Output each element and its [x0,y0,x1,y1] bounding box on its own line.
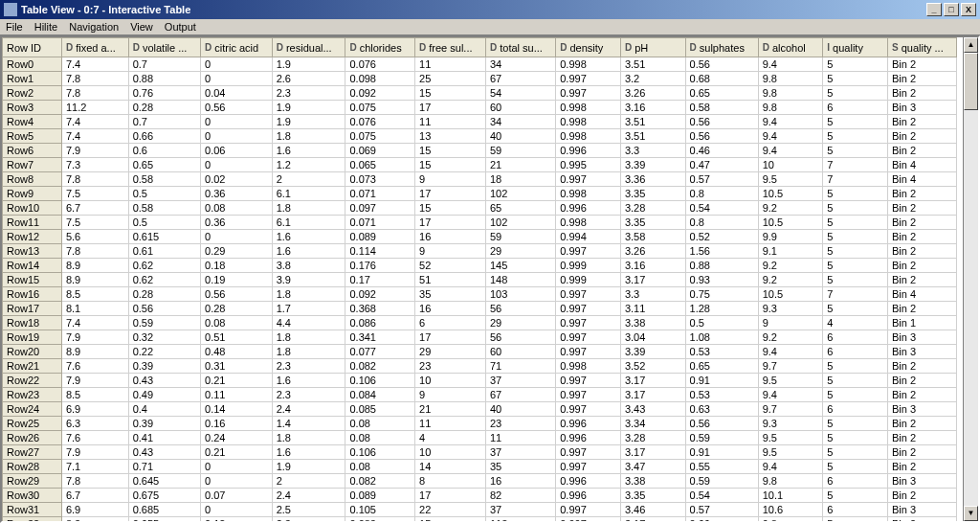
table-row[interactable]: Row208.90.220.481.80.07729600.9973.390.5… [3,345,957,359]
table-row[interactable]: Row137.80.610.291.60.1149290.9973.261.56… [3,244,957,259]
table-row[interactable]: Row306.70.6750.072.40.08917820.9963.350.… [3,489,957,503]
scroll-thumb[interactable] [964,53,978,110]
maximize-button[interactable]: □ [944,3,959,16]
data-cell: Bin 2 [888,144,957,158]
data-cell: 9 [758,316,823,330]
table-row[interactable]: Row87.80.580.0220.0739180.9973.360.579.5… [3,172,957,187]
data-cell: 0.996 [556,474,621,489]
close-button[interactable]: X [961,3,976,16]
minimize-button[interactable]: _ [926,3,942,16]
table-row[interactable]: Row287.10.7101.90.0814350.9973.470.559.4… [3,460,957,474]
data-cell: 0.88 [128,72,200,86]
data-cell: 0.58 [128,201,200,216]
column-header[interactable]: Dcitric acid [201,38,273,57]
data-cell: 0.073 [345,172,415,187]
column-header[interactable]: Dchlorides [345,38,415,57]
table-row[interactable]: Row328.30.6550.122.30.083151130.9973.170… [3,517,957,522]
table-row[interactable]: Row267.60.410.241.80.084110.9963.280.599… [3,431,957,445]
table-row[interactable]: Row77.30.6501.20.06515210.9953.390.47107… [3,158,957,172]
data-cell: 0.999 [556,273,621,287]
column-header[interactable]: Dtotal su... [485,38,555,57]
table-row[interactable]: Row47.40.701.90.07611340.9983.510.569.45… [3,115,957,129]
table-row[interactable]: Row168.50.280.561.80.092351030.9973.30.7… [3,287,957,302]
menu-hilite[interactable]: Hilite [34,21,57,33]
table-row[interactable]: Row125.60.61501.60.08916590.9943.580.529… [3,230,957,244]
column-header[interactable]: Squality ... [888,38,957,57]
data-cell: 9 [415,244,486,259]
table-row[interactable]: Row187.40.590.084.40.0866290.9973.380.59… [3,316,957,330]
table-row[interactable]: Row97.50.50.366.10.071171020.9983.350.81… [3,187,957,201]
data-cell: 0.998 [556,359,621,374]
table-scroll-area[interactable]: Row IDDfixed a...Dvolatile ...Dcitric ac… [2,37,963,521]
scroll-up-button[interactable]: ▲ [964,37,978,53]
table-row[interactable]: Row57.40.6601.80.07513400.9983.510.569.4… [3,129,957,144]
data-cell: 10 [415,445,486,460]
row-header-cell: Row2 [3,86,62,101]
data-cell: 16 [485,474,555,489]
data-cell: 6.9 [61,503,128,517]
data-cell: 9.8 [758,101,823,115]
data-cell: 0.997 [556,445,621,460]
data-cell: 0 [201,129,273,144]
scroll-down-button[interactable]: ▼ [964,506,978,521]
table-row[interactable]: Row277.90.430.211.60.10610370.9973.170.9… [3,445,957,460]
data-cell: 0.58 [128,172,200,187]
table-row[interactable]: Row106.70.580.081.80.09715650.9963.280.5… [3,201,957,216]
table-row[interactable]: Row297.80.645020.0828160.9963.380.599.86… [3,474,957,489]
data-cell: 0.076 [345,115,415,129]
column-header[interactable]: Dfree sul... [415,38,486,57]
data-cell: 0.88 [685,259,758,273]
table-row[interactable]: Row256.30.390.161.40.0811230.9963.340.56… [3,417,957,431]
data-cell: 9.2 [758,201,823,216]
vertical-scrollbar[interactable]: ▲ ▼ [963,37,978,521]
column-header[interactable]: Dsulphates [685,38,758,57]
data-cell: 29 [485,316,555,330]
table-row[interactable]: Row197.90.320.511.80.34117560.9973.041.0… [3,330,957,345]
data-cell: 1.6 [272,445,345,460]
table-row[interactable]: Row227.90.430.211.60.10610370.9973.170.9… [3,374,957,388]
table-row[interactable]: Row316.90.68502.50.10522370.9973.460.571… [3,503,957,517]
data-cell: 15 [415,158,486,172]
data-cell: 113 [485,517,555,522]
menu-output[interactable]: Output [165,21,196,33]
data-cell: Bin 3 [888,503,957,517]
type-icon: D [205,42,212,53]
data-cell: 0.996 [556,201,621,216]
data-cell: 0.098 [345,72,415,86]
table-row[interactable]: Row117.50.50.366.10.071171020.9983.350.8… [3,216,957,230]
column-header[interactable]: Ddensity [556,38,621,57]
data-cell: 8.9 [61,273,128,287]
column-header[interactable]: Row ID [3,38,62,57]
scroll-track[interactable] [964,53,978,506]
table-row[interactable]: Row246.90.40.142.40.08521400.9973.430.63… [3,402,957,417]
table-row[interactable]: Row148.90.620.183.80.176521450.9993.160.… [3,259,957,273]
column-header[interactable]: Dvolatile ... [128,38,200,57]
data-cell: 15 [415,86,486,101]
data-cell: 0.93 [685,273,758,287]
data-cell: 0.57 [685,503,758,517]
column-header[interactable]: Iquality [823,38,888,57]
table-row[interactable]: Row07.40.701.90.07611340.9983.510.569.45… [3,57,957,72]
menu-view[interactable]: View [130,21,153,33]
table-row[interactable]: Row27.80.760.042.30.09215540.9973.260.65… [3,86,957,101]
table-row[interactable]: Row217.60.390.312.30.08223710.9983.520.6… [3,359,957,374]
data-cell: 6 [823,345,888,359]
data-cell: 7.1 [61,460,128,474]
table-row[interactable]: Row17.80.8802.60.09825670.9973.20.689.85… [3,72,957,86]
table-row[interactable]: Row238.50.490.112.30.0849670.9973.170.53… [3,388,957,402]
data-cell: 60 [485,345,555,359]
data-cell: 0.071 [345,216,415,230]
data-cell: 0.56 [685,129,758,144]
column-header[interactable]: DpH [620,38,685,57]
data-cell: 35 [485,460,555,474]
table-row[interactable]: Row158.90.620.193.90.17511480.9993.170.9… [3,273,957,287]
table-row[interactable]: Row67.90.60.061.60.06915590.9963.30.469.… [3,144,957,158]
column-header[interactable]: Dalcohol [758,38,823,57]
table-row[interactable]: Row311.20.280.561.90.07517600.9983.160.5… [3,101,957,115]
column-header[interactable]: Dfixed a... [61,38,128,57]
menu-navigation[interactable]: Navigation [69,21,119,33]
menu-file[interactable]: File [6,21,23,33]
column-header[interactable]: Dresidual... [272,38,345,57]
data-cell: 0.02 [201,172,273,187]
table-row[interactable]: Row178.10.560.281.70.36816560.9973.111.2… [3,302,957,316]
